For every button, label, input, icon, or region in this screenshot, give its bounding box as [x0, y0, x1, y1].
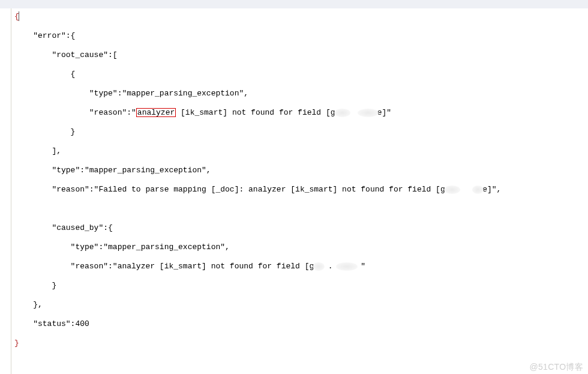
redacted-field: [gxxx xxxxe	[326, 108, 382, 117]
code-line: "type":"mapper_parsing_exception",	[14, 89, 588, 98]
blank-line	[14, 204, 588, 214]
code-line: }	[14, 281, 588, 291]
blank-line	[14, 358, 588, 367]
code-line: }	[14, 127, 588, 137]
reason-prefix: "reason":"	[14, 108, 136, 117]
brace-close-top: }	[14, 339, 588, 348]
editor-gutter	[0, 8, 11, 374]
code-line: {	[14, 70, 588, 79]
code-line: "reason":"analyzer [ik_smart] not found …	[14, 108, 588, 118]
reason-end: ]"	[382, 108, 392, 117]
highlighted-word-analyzer: analyzer	[136, 108, 176, 117]
redacted-field: [gxx . xxxx	[305, 262, 361, 271]
reason-end: "	[361, 262, 365, 271]
text-cursor	[19, 11, 20, 21]
code-content: { "error":{ "root_cause":[ { "type":"map…	[14, 2, 588, 374]
code-line: ],	[14, 146, 588, 156]
code-line: },	[14, 300, 588, 310]
code-line: "type":"mapper_parsing_exception",	[14, 243, 588, 252]
code-line: "status":400	[14, 319, 588, 329]
code-line: "root_cause":[	[14, 50, 588, 60]
reason-end: ]",	[487, 185, 501, 194]
reason-mid: [ik_smart] not found for field	[176, 108, 326, 117]
code-line: "caused_by":{	[14, 223, 588, 233]
reason-prefix: "reason":"Failed to parse mapping [_doc]…	[14, 185, 445, 194]
code-line: {	[14, 12, 588, 22]
code-line: "error":{	[14, 31, 588, 41]
reason-prefix: "reason":"analyzer [ik_smart] not found …	[14, 262, 305, 271]
code-line: "reason":"Failed to parse mapping [_doc]…	[14, 185, 588, 195]
code-line: "reason":"analyzer [ik_smart] not found …	[14, 262, 588, 271]
code-line: "type":"mapper_parsing_exception",	[14, 166, 588, 175]
watermark-text: @51CTO博客	[530, 362, 583, 372]
redacted-field: xxx xxe	[445, 185, 487, 194]
